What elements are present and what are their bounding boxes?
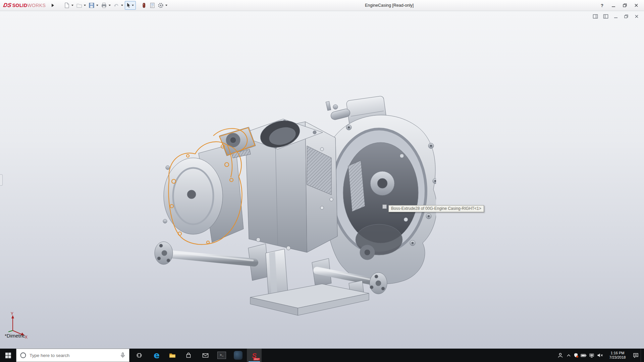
- file-explorer-icon: [169, 353, 176, 358]
- volume-tray-button[interactable]: [596, 349, 604, 362]
- clock-time: 1:16 PM: [609, 351, 626, 355]
- people-icon: [557, 353, 563, 358]
- appearance-icon: [141, 2, 147, 8]
- network-icon: [589, 353, 594, 358]
- solidworks-icon: S 2017: [249, 350, 259, 360]
- search-input[interactable]: [30, 353, 120, 358]
- action-center-button[interactable]: [631, 349, 641, 362]
- command-prompt-icon: >_: [217, 352, 226, 359]
- solidworks-taskbar-button[interactable]: S 2017: [247, 349, 262, 362]
- doc-close-button[interactable]: [634, 14, 640, 19]
- edge-icon: e: [154, 351, 160, 360]
- solidworks-year-badge: 2017: [253, 358, 260, 360]
- app-icon: [234, 351, 243, 360]
- solidworks-window: DS SOLID WORKS: [0, 0, 644, 362]
- help-button[interactable]: ?: [597, 1, 607, 9]
- print-dropdown[interactable]: [109, 5, 111, 6]
- mail-button[interactable]: [198, 349, 213, 362]
- close-icon: [634, 3, 639, 8]
- people-button[interactable]: [555, 349, 565, 362]
- save-icon: [89, 2, 95, 8]
- task-view-icon: [136, 353, 142, 358]
- start-button[interactable]: [0, 349, 16, 362]
- command-prompt-button[interactable]: >_: [214, 349, 229, 362]
- split-pane-icon-1[interactable]: [592, 14, 598, 19]
- brand-solid: SOLID: [12, 3, 28, 8]
- task-view-button[interactable]: [132, 349, 147, 362]
- quick-toolbar: [63, 1, 169, 10]
- open-document-icon: [76, 2, 82, 8]
- new-document-icon: [64, 2, 70, 8]
- select-tool-dropdown[interactable]: [132, 5, 134, 6]
- select-arrow-icon: [125, 2, 131, 8]
- notification-icon: [633, 353, 639, 358]
- open-document-dropdown[interactable]: [84, 5, 86, 6]
- view-orientation-label: *Dimetric: [5, 333, 25, 339]
- close-button[interactable]: [631, 1, 641, 9]
- graphics-area[interactable]: Boss-Extrude28 of 00G-Engine Casing-RIGH…: [0, 11, 644, 349]
- store-icon: [185, 353, 192, 358]
- dassault-logo-glyph: DS: [3, 2, 12, 9]
- save-button[interactable]: [88, 1, 96, 10]
- edge-button[interactable]: e: [149, 349, 164, 362]
- file-explorer-button[interactable]: [165, 349, 180, 362]
- show-desktop-button[interactable]: [641, 349, 644, 362]
- volume-muted-icon: [597, 353, 603, 358]
- open-document-button[interactable]: [75, 1, 83, 10]
- select-tool-button[interactable]: [125, 1, 136, 10]
- minimize-icon: [611, 3, 616, 8]
- app-button-dark[interactable]: [231, 349, 246, 362]
- undo-dropdown[interactable]: [121, 5, 123, 6]
- battery-icon: [581, 353, 587, 358]
- gear-icon: [158, 2, 164, 8]
- windows-taskbar: e >_ S 2: [0, 349, 644, 362]
- triad-x-label: X: [25, 335, 28, 339]
- panel-splitter-tab[interactable]: [0, 174, 3, 186]
- document-window-controls: [592, 14, 640, 19]
- appearance-button[interactable]: [140, 1, 148, 10]
- save-dropdown[interactable]: [96, 5, 98, 6]
- design-binder-button[interactable]: [148, 1, 156, 10]
- minimize-button[interactable]: [608, 1, 619, 9]
- cursor-icon: [382, 204, 387, 209]
- window-controls: ?: [597, 1, 644, 9]
- split-pane-icon-2[interactable]: [603, 14, 609, 19]
- print-icon: [101, 2, 107, 8]
- mail-icon: [202, 353, 209, 358]
- system-tray: 1:16 PM 7/23/2018: [555, 349, 644, 362]
- menu-flyout-arrow[interactable]: [52, 4, 54, 7]
- window-title: EngineCasing [Read-only]: [365, 0, 414, 11]
- titlebar: DS SOLID WORKS: [0, 0, 644, 11]
- print-button[interactable]: [100, 1, 108, 10]
- new-document-button[interactable]: [63, 1, 71, 10]
- taskbar-clock[interactable]: 1:16 PM 7/23/2018: [604, 349, 631, 362]
- store-button[interactable]: [181, 349, 196, 362]
- security-tray-button[interactable]: [572, 349, 580, 362]
- cortana-icon[interactable]: [19, 352, 27, 359]
- undo-icon: [113, 2, 119, 8]
- taskbar-search: [16, 349, 129, 362]
- windows-logo-icon: [5, 353, 11, 358]
- solidworks-logo: DS SOLID WORKS: [0, 2, 46, 9]
- undo-button[interactable]: [112, 1, 120, 10]
- doc-minimize-button[interactable]: [613, 14, 619, 19]
- feature-tooltip: Boss-Extrude28 of 00G-Engine Casing-RIGH…: [388, 205, 484, 212]
- restore-button[interactable]: [620, 1, 630, 9]
- tray-expand-button[interactable]: [565, 349, 572, 362]
- battery-tray-button[interactable]: [580, 349, 588, 362]
- clock-date: 7/23/2018: [609, 355, 626, 360]
- options-dropdown[interactable]: [165, 5, 167, 6]
- new-document-dropdown[interactable]: [71, 5, 73, 6]
- design-binder-icon: [149, 2, 155, 8]
- security-shield-icon: [573, 353, 579, 358]
- triad-y-label: Y: [11, 311, 13, 316]
- chevron-up-icon: [566, 353, 571, 357]
- doc-restore-button[interactable]: [624, 14, 630, 19]
- options-button[interactable]: [157, 1, 165, 10]
- brand-works: WORKS: [27, 3, 46, 8]
- restore-icon: [623, 3, 627, 8]
- microphone-icon[interactable]: [120, 352, 126, 358]
- network-tray-button[interactable]: [588, 349, 596, 362]
